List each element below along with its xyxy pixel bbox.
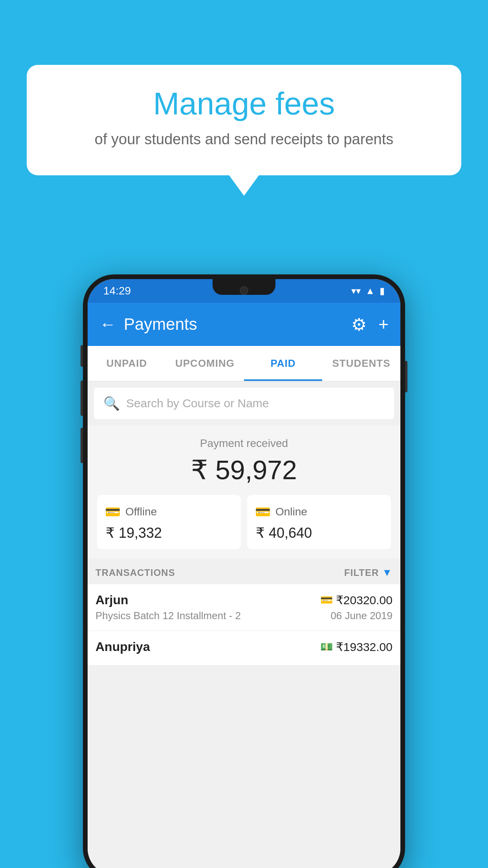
tab-upcoming[interactable]: UPCOMING [166, 346, 244, 381]
tab-unpaid[interactable]: UNPAID [88, 346, 166, 381]
wifi-icon: ▾▾ [351, 285, 361, 296]
offline-label: Offline [125, 506, 157, 518]
content-area: 🔍 Search by Course or Name Payment recei… [88, 381, 400, 868]
back-button[interactable]: ← [99, 315, 116, 334]
power-button [405, 361, 407, 392]
card-icon: 💳 [255, 504, 271, 519]
transaction-amount: 💵 ₹19332.00 [320, 640, 393, 654]
app-header: ← Payments ⚙ + [88, 303, 400, 346]
tab-students[interactable]: STUDENTS [322, 346, 400, 381]
cash-icon: 💳 [105, 504, 121, 519]
payment-received-label: Payment received [95, 437, 393, 450]
add-icon[interactable]: + [378, 314, 389, 334]
transaction-course: Physics Batch 12 Installment - 2 [95, 610, 318, 622]
page-title: Payments [124, 315, 351, 334]
transactions-label: TRANSACTIONS [95, 567, 175, 578]
volume-up-button [81, 345, 83, 367]
header-actions: ⚙ + [351, 314, 389, 335]
payment-cards: 💳 Offline ₹ 19,332 💳 Online ₹ 40,640 [97, 495, 391, 549]
tab-paid[interactable]: PAID [244, 346, 322, 381]
search-icon: 🔍 [103, 395, 120, 411]
search-bar[interactable]: 🔍 Search by Course or Name [94, 388, 394, 419]
search-placeholder-text: Search by Course or Name [126, 397, 269, 410]
filter-button[interactable]: FILTER ▼ [344, 566, 393, 579]
online-card: 💳 Online ₹ 40,640 [247, 495, 391, 549]
info-bubble: Manage fees of your students and send re… [27, 65, 461, 175]
bubble-title: Manage fees [50, 86, 438, 121]
online-label: Online [275, 506, 307, 518]
payment-type-icon: 💳 [320, 594, 333, 606]
silent-button [81, 428, 83, 463]
offline-amount: ₹ 19,332 [105, 525, 162, 541]
transaction-amount: 💳 ₹20320.00 [320, 593, 393, 607]
payment-type-icon: 💵 [320, 641, 333, 653]
bubble-subtitle: of your students and send receipts to pa… [50, 129, 438, 150]
phone-screen: 14:29 ▾▾ ▲ ▮ ← Payments ⚙ + UNPAID UPCOM… [88, 279, 400, 868]
filter-label: FILTER [344, 567, 379, 578]
transaction-row[interactable]: Arjun 💳 ₹20320.00 Physics Batch 12 Insta… [88, 584, 400, 631]
transaction-name: Anupriya [95, 640, 318, 654]
offline-card: 💳 Offline ₹ 19,332 [97, 495, 241, 549]
transactions-header: TRANSACTIONS FILTER ▼ [88, 559, 400, 584]
filter-icon: ▼ [382, 566, 393, 579]
phone-frame: 14:29 ▾▾ ▲ ▮ ← Payments ⚙ + UNPAID UPCOM… [83, 274, 405, 868]
payment-total-amount: ₹ 59,972 [95, 454, 393, 485]
transaction-name: Arjun [95, 593, 318, 607]
tab-bar: UNPAID UPCOMING PAID STUDENTS [88, 346, 400, 381]
battery-icon: ▮ [380, 285, 385, 296]
signal-icon: ▲ [365, 285, 375, 296]
phone-notch [213, 279, 275, 295]
payment-summary: Payment received ₹ 59,972 💳 Offline ₹ 19… [88, 425, 400, 559]
volume-down-button [81, 381, 83, 416]
transaction-date: 06 June 2019 [320, 610, 393, 622]
phone-camera [240, 286, 248, 295]
transaction-row[interactable]: Anupriya 💵 ₹19332.00 [88, 631, 400, 666]
online-amount: ₹ 40,640 [255, 525, 312, 541]
settings-icon[interactable]: ⚙ [351, 314, 367, 335]
status-time: 14:29 [103, 285, 131, 297]
status-icons: ▾▾ ▲ ▮ [351, 285, 385, 296]
